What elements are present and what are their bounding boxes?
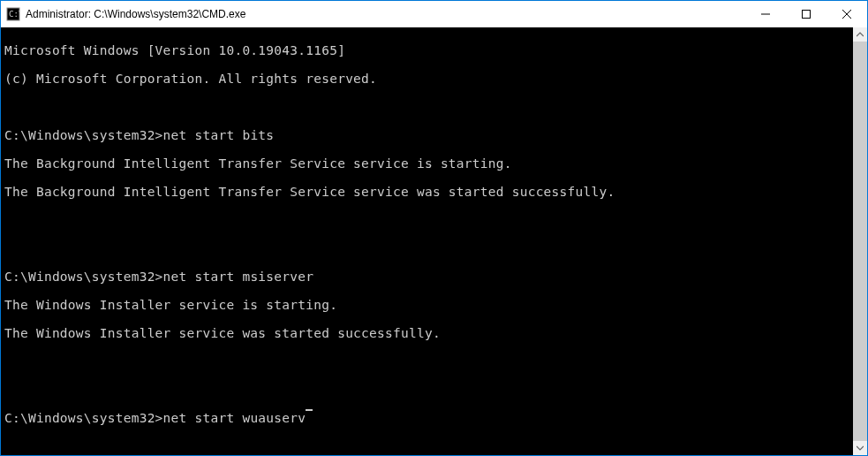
console-blank [4, 241, 849, 255]
scroll-down-button[interactable] [853, 441, 867, 455]
window-controls [745, 1, 867, 27]
maximize-icon [802, 10, 811, 19]
console-wrapper: Microsoft Windows [Version 10.0.19043.11… [1, 27, 867, 455]
maximize-button[interactable] [786, 1, 826, 27]
close-icon [842, 10, 851, 19]
console-line: The Windows Installer service is startin… [4, 298, 849, 312]
close-button[interactable] [826, 1, 867, 27]
console-output[interactable]: Microsoft Windows [Version 10.0.19043.11… [1, 27, 853, 455]
prompt-path: C:\Windows\system32> [4, 411, 163, 425]
console-line: (c) Microsoft Corporation. All rights re… [4, 72, 849, 86]
prompt-path: C:\Windows\system32> [4, 270, 163, 284]
svg-text:C:\: C:\ [9, 10, 20, 19]
scroll-track[interactable] [853, 42, 867, 441]
console-line: The Windows Installer service was starte… [4, 326, 849, 340]
command-text: net start msiserver [163, 270, 314, 284]
console-prompt-line: C:\Windows\system32>net start msiserver [4, 270, 849, 284]
chevron-down-icon [857, 445, 864, 452]
console-line: The Background Intelligent Transfer Serv… [4, 185, 849, 199]
window-title: Administrator: C:\Windows\system32\CMD.e… [26, 8, 745, 20]
cmd-window: C:\ Administrator: C:\Windows\system32\C… [1, 1, 867, 455]
console-blank [4, 354, 849, 369]
console-blank [4, 213, 849, 227]
chevron-up-icon [857, 31, 864, 38]
minimize-icon [761, 10, 770, 19]
vertical-scrollbar[interactable] [853, 27, 867, 455]
svg-rect-3 [803, 11, 811, 19]
scroll-up-button[interactable] [853, 27, 867, 42]
console-line: The Background Intelligent Transfer Serv… [4, 156, 849, 171]
console-line: Microsoft Windows [Version 10.0.19043.11… [4, 43, 849, 57]
titlebar[interactable]: C:\ Administrator: C:\Windows\system32\C… [1, 1, 867, 27]
prompt-path: C:\Windows\system32> [4, 128, 163, 142]
cmd-icon: C:\ [6, 7, 20, 21]
console-current-prompt: C:\Windows\system32>net start wuauserv [4, 411, 849, 425]
minimize-button[interactable] [745, 1, 786, 27]
scroll-thumb[interactable] [853, 42, 867, 441]
console-blank [4, 100, 849, 114]
command-text: net start bits [163, 128, 275, 142]
console-prompt-line: C:\Windows\system32>net start bits [4, 128, 849, 142]
current-command-text[interactable]: net start wuauserv [163, 411, 306, 425]
console-blank [4, 383, 849, 397]
cursor [306, 409, 313, 411]
